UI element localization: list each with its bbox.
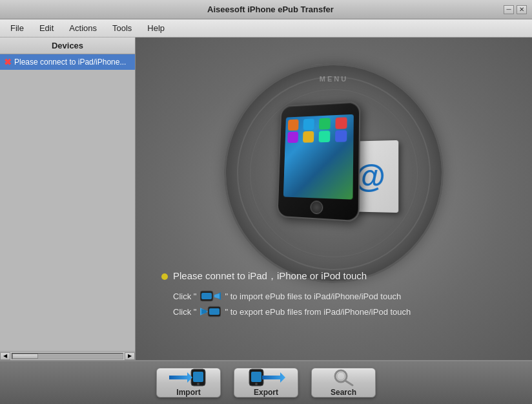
export-arrow-icon	[200, 306, 221, 317]
menu-tools[interactable]: Tools	[105, 21, 139, 36]
import-button-face[interactable]: Import	[156, 368, 221, 398]
svg-marker-3	[214, 293, 220, 299]
content-area: MENU @	[136, 37, 532, 360]
menu-bar: File Edit Actions Tools Help	[0, 19, 532, 37]
window-title: Aiseesoft iPhone ePub Transfer	[37, 5, 504, 14]
svg-marker-11	[169, 372, 192, 383]
phone-graphic: @	[263, 89, 405, 218]
connect-text-label: Please connet to iPad，iPhone or iPod tou…	[173, 270, 367, 282]
search-icon-area	[332, 368, 355, 387]
sidebar-header: Devices	[0, 37, 135, 54]
info-area: Please connet to iPad，iPhone or iPod tou…	[136, 270, 532, 321]
import-icon-svg	[200, 290, 221, 302]
app-icon-3	[319, 118, 331, 129]
iphone-screen	[283, 114, 354, 200]
import-label: Import	[176, 388, 200, 397]
close-button[interactable]: ✕	[517, 5, 527, 14]
search-button-icon	[332, 368, 355, 387]
connect-message: Please connet to iPad，iPhone or iPod tou…	[161, 270, 506, 282]
hint-click-2: Click "	[173, 307, 196, 317]
export-button-face[interactable]: Export	[234, 368, 298, 398]
import-icon-area	[169, 368, 208, 387]
menu-help[interactable]: Help	[139, 21, 172, 36]
svg-rect-1	[201, 293, 212, 299]
svg-line-18	[345, 381, 353, 385]
window-controls: ─ ✕	[504, 5, 527, 14]
app-icon-7	[319, 131, 331, 142]
export-button-icon	[247, 368, 285, 387]
search-label: Search	[331, 388, 356, 397]
device-label: Please connect to iPad/iPhone...	[14, 58, 126, 67]
sidebar-scrollbar: ◀ ▶	[0, 351, 135, 360]
svg-marker-7	[201, 309, 207, 314]
menu-circle-label: MENU	[320, 75, 348, 83]
sidebar: Devices ✖ Please connect to iPad/iPhone.…	[0, 37, 136, 360]
menu-file[interactable]: File	[3, 21, 32, 36]
export-hint-text: " to export ePub files from iPad/iPhone/…	[225, 307, 411, 317]
app-icon-1	[288, 119, 299, 131]
menu-edit[interactable]: Edit	[32, 21, 61, 36]
export-icon-area	[247, 368, 285, 387]
scroll-thumb[interactable]	[12, 354, 38, 359]
device-error-icon: ✖	[4, 57, 12, 67]
sidebar-content	[0, 70, 135, 351]
export-hint-row: Click " " to export ePub files from iPad…	[161, 306, 506, 317]
export-label: Export	[254, 388, 278, 397]
svg-rect-13	[251, 372, 261, 382]
svg-marker-15	[262, 372, 285, 383]
app-icon-8	[335, 130, 347, 142]
svg-point-14	[255, 383, 258, 385]
import-arrow-icon	[200, 290, 221, 302]
search-button[interactable]: Search	[311, 368, 376, 398]
app-icon-2	[303, 118, 314, 130]
iphone-graphic	[277, 101, 361, 222]
minimize-button[interactable]: ─	[504, 5, 514, 14]
sidebar-device-item[interactable]: ✖ Please connect to iPad/iPhone...	[0, 54, 135, 70]
svg-point-17	[337, 372, 345, 380]
title-bar: Aiseesoft iPhone ePub Transfer ─ ✕	[0, 0, 532, 19]
svg-rect-9	[193, 372, 203, 382]
app-icon-5	[287, 132, 298, 144]
import-button-icon	[169, 368, 208, 387]
menu-actions[interactable]: Actions	[61, 21, 105, 36]
app-icons-grid	[285, 114, 353, 145]
bottom-toolbar: Import	[0, 360, 532, 404]
import-hint-text: " to import ePub files to iPad/iPhone/iP…	[225, 292, 401, 301]
svg-point-10	[197, 383, 200, 385]
app-icon-4	[335, 117, 347, 129]
search-button-face[interactable]: Search	[311, 368, 376, 398]
app-icon-6	[303, 131, 314, 143]
svg-rect-5	[209, 308, 220, 315]
hint-click-1: Click "	[173, 292, 196, 301]
export-button[interactable]: Export	[234, 368, 298, 398]
import-button[interactable]: Import	[156, 368, 221, 398]
main-container: Devices ✖ Please connect to iPad/iPhone.…	[0, 37, 532, 360]
status-dot	[161, 273, 168, 280]
iphone-home-button	[310, 200, 323, 215]
scroll-track[interactable]	[12, 353, 123, 359]
export-icon-svg	[200, 306, 221, 317]
import-hint-row: Click " " to import ePub files to iPad/i…	[161, 290, 506, 302]
scroll-right-arrow[interactable]: ▶	[125, 352, 135, 360]
scroll-left-arrow[interactable]: ◀	[0, 352, 10, 360]
